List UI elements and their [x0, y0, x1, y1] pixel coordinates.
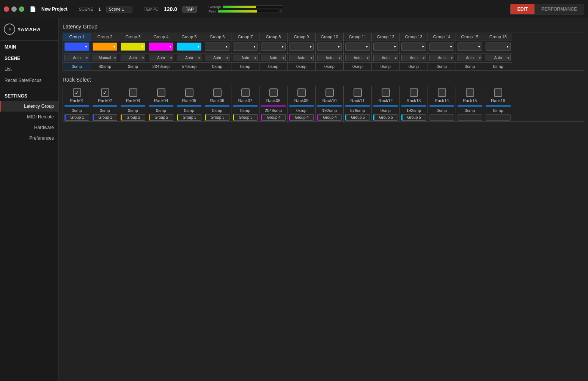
rack-group-badge-9[interactable]: Group 4 — [289, 114, 314, 121]
group-col-8[interactable]: Group 8▼AutoManual▼0smp — [259, 33, 288, 70]
group-col-14[interactable]: Group 14▼AutoManual▼0smp — [428, 33, 456, 70]
group-color-swatch-4[interactable]: ▼ — [149, 43, 173, 51]
group-col-6[interactable]: Group 6▼AutoManual▼0smp — [203, 33, 231, 70]
rack-group-badge-15[interactable]: --- — [458, 114, 482, 121]
rack-checkbox-16[interactable] — [494, 88, 502, 97]
group-mode-select-8[interactable]: AutoManual — [261, 55, 286, 61]
group-col-10[interactable]: Group 10▼AutoManual▼0smp — [316, 33, 344, 70]
rack-group-badge-2[interactable]: Group 1 — [93, 114, 117, 121]
sidebar-item-latency-group[interactable]: Latency Group — [0, 101, 58, 112]
group-color-swatch-13[interactable]: ▼ — [401, 43, 426, 51]
tap-button[interactable]: TAP — [182, 6, 197, 13]
edit-button[interactable]: EDIT — [511, 4, 535, 14]
rack-group-badge-3[interactable]: Group 2 — [121, 114, 145, 121]
group-color-swatch-1[interactable]: ▼ — [64, 43, 89, 51]
group-col-12[interactable]: Group 12▼AutoManual▼0smp — [372, 33, 400, 70]
rack-group-badge-16[interactable]: --- — [486, 114, 511, 121]
group-col-2[interactable]: Group 2▼AutoManual▼60smp — [91, 33, 119, 70]
sidebar-item-midi-remote[interactable]: MIDI Remote — [0, 112, 58, 122]
group-color-swatch-16[interactable]: ▼ — [486, 43, 511, 51]
group-col-1[interactable]: Group 1▼AutoManual▼0smp — [63, 33, 91, 70]
rack-group-badge-11[interactable]: Group 5 — [345, 114, 370, 121]
rack-checkbox-5[interactable] — [185, 88, 193, 97]
rack-checkbox-4[interactable] — [157, 88, 165, 97]
rack-checkbox-3[interactable] — [129, 88, 137, 97]
rack-checkbox-2[interactable]: ✓ — [101, 88, 109, 97]
sidebar-item-hardware[interactable]: Hardware — [0, 122, 58, 133]
group-color-swatch-15[interactable]: ▼ — [458, 43, 482, 51]
group-mode-select-2[interactable]: AutoManual — [93, 55, 117, 61]
group-color-swatch-10[interactable]: ▼ — [317, 43, 342, 51]
close-button[interactable]: × — [4, 6, 9, 12]
group-mode-select-6[interactable]: AutoManual — [205, 55, 230, 61]
group-mode-select-15[interactable]: AutoManual — [458, 55, 482, 61]
rack-group-badge-8[interactable]: Group 4 — [261, 114, 286, 121]
rack-checkbox-10[interactable] — [325, 88, 334, 97]
group-mode-select-1[interactable]: AutoManual — [64, 55, 89, 61]
group-color-swatch-6[interactable]: ▼ — [205, 43, 230, 51]
minimize-button[interactable]: − — [11, 6, 17, 12]
group-mode-select-4[interactable]: AutoManual — [149, 55, 173, 61]
rack-checkbox-11[interactable] — [354, 88, 362, 97]
rack-col-14: Rack140smp--- — [428, 86, 456, 121]
rack-group-badge-1[interactable]: Group 1 — [64, 114, 89, 121]
rack-checkbox-1[interactable]: ✓ — [73, 88, 81, 97]
rack-group-badge-5[interactable]: Group 3 — [177, 114, 201, 121]
group-mode-select-5[interactable]: AutoManual — [177, 55, 201, 61]
rack-checkbox-15[interactable] — [466, 88, 474, 97]
group-mode-select-3[interactable]: AutoManual — [121, 55, 145, 61]
group-col-9[interactable]: Group 9▼AutoManual▼0smp — [288, 33, 316, 70]
group-mode-select-12[interactable]: AutoManual — [373, 55, 398, 61]
group-col-15[interactable]: Group 15▼AutoManual▼0smp — [456, 33, 484, 70]
rack-group-badge-12[interactable]: Group 5 — [373, 114, 398, 121]
rack-checkbox-8[interactable] — [269, 88, 278, 97]
group-mode-select-13[interactable]: AutoManual — [401, 55, 426, 61]
maximize-button[interactable]: + — [19, 6, 24, 12]
group-color-swatch-5[interactable]: ▼ — [177, 43, 201, 51]
group-mode-select-11[interactable]: AutoManual — [345, 55, 370, 61]
group-color-swatch-3[interactable]: ▼ — [121, 43, 145, 51]
rack-checkbox-9[interactable] — [297, 88, 306, 97]
group-color-swatch-8[interactable]: ▼ — [261, 43, 286, 51]
group-col-7[interactable]: Group 7▼AutoManual▼0smp — [231, 33, 259, 70]
group-col-4[interactable]: Group 4▼AutoManual▼2048smp — [147, 33, 175, 70]
sidebar-item-list[interactable]: List — [0, 63, 58, 75]
group-mode-select-14[interactable]: AutoManual — [429, 55, 454, 61]
rack-checkbox-7[interactable] — [241, 88, 250, 97]
rack-group-badge-6[interactable]: Group 3 — [205, 114, 230, 121]
sidebar-item-recall-safe[interactable]: Recall Safe/Focus — [0, 75, 58, 86]
rack-latency-16: 0smp — [484, 107, 512, 113]
sidebar-item-preferences[interactable]: Preferences — [0, 133, 58, 143]
rack-bar-6 — [205, 105, 230, 107]
group-mode-select-10[interactable]: AutoManual — [317, 55, 342, 61]
rack-checkbox-14[interactable] — [438, 88, 446, 97]
group-col-11[interactable]: Group 11▼AutoManual▼0smp — [344, 33, 372, 70]
rack-group-badge-10[interactable]: Group 4 — [317, 114, 342, 121]
group-color-swatch-11[interactable]: ▼ — [345, 43, 370, 51]
rack-group-badge-13[interactable]: Group 5 — [401, 114, 426, 121]
rack-group-badge-4[interactable]: Group 2 — [149, 114, 173, 121]
scene-section-header: SCENE — [0, 52, 58, 63]
group-col-16[interactable]: Group 16▼AutoManual▼0smp — [484, 33, 512, 70]
scene-select[interactable]: Scene 1 — [106, 6, 132, 13]
rack-select-table: ✓Rack010smpGroup 1✓Rack020smpGroup 1Rack… — [63, 86, 584, 122]
group-col-13[interactable]: Group 13▼AutoManual▼0smp — [400, 33, 428, 70]
group-col-3[interactable]: Group 3▼AutoManual▼0smp — [119, 33, 147, 70]
group-color-swatch-14[interactable]: ▼ — [429, 43, 454, 51]
performance-button[interactable]: PERFORMANCE — [535, 4, 584, 14]
group-col-5[interactable]: Group 5▼AutoManual▼576smp — [175, 33, 203, 70]
rack-group-badge-14[interactable]: --- — [429, 114, 454, 121]
rack-checkbox-12[interactable] — [382, 88, 390, 97]
rack-checkbox-6[interactable] — [213, 88, 222, 97]
group-color-swatch-2[interactable]: ▼ — [93, 43, 117, 51]
group-color-swatch-12[interactable]: ▼ — [373, 43, 398, 51]
rack-group-badge-7[interactable]: Group 3 — [233, 114, 258, 121]
rack-bar-2 — [93, 105, 118, 107]
group-mode-select-7[interactable]: AutoManual — [233, 55, 258, 61]
group-color-swatch-9[interactable]: ▼ — [289, 43, 314, 51]
scene-label: SCENE — [79, 7, 93, 11]
group-color-swatch-7[interactable]: ▼ — [233, 43, 258, 51]
group-mode-select-9[interactable]: AutoManual — [289, 55, 314, 61]
rack-checkbox-13[interactable] — [410, 88, 418, 97]
group-mode-select-16[interactable]: AutoManual — [486, 55, 511, 61]
